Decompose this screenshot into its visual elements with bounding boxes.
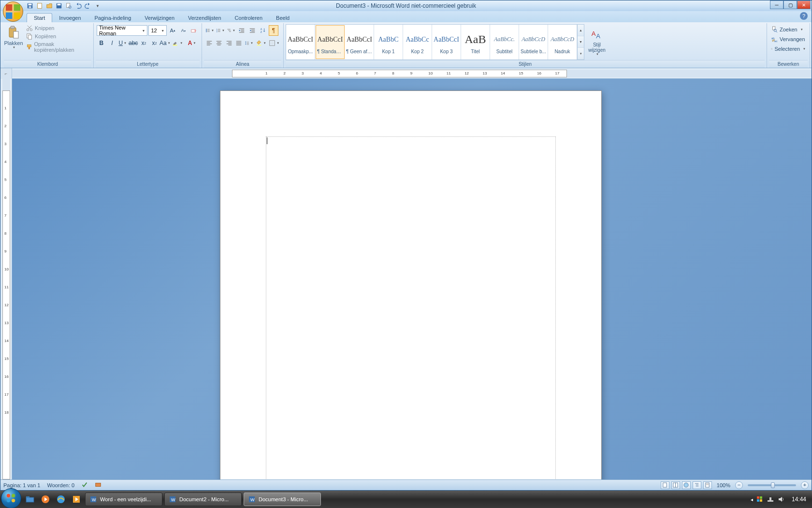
view-outline-button[interactable] <box>693 481 701 489</box>
align-right-button[interactable] <box>225 38 233 48</box>
qat-undo-icon[interactable] <box>74 1 83 10</box>
highlight-button[interactable]: ▼ <box>171 38 184 48</box>
tab-pagina-indeling[interactable]: Pagina-indeling <box>88 14 138 22</box>
tab-selector[interactable]: ⌐ <box>0 68 12 79</box>
replace-button[interactable]: abacVervangen <box>770 35 807 44</box>
help-button[interactable]: ? <box>800 12 808 20</box>
qat-print-preview-icon[interactable] <box>64 1 73 10</box>
line-spacing-button[interactable]: ▼ <box>244 38 254 48</box>
maximize-button[interactable]: ▢ <box>783 0 797 9</box>
taskbar-wmp-icon[interactable] <box>70 493 83 506</box>
zoom-out-button[interactable]: − <box>735 481 743 489</box>
vertical-ruler[interactable]: 123456789101112131415161718 <box>0 79 12 479</box>
qat-new-icon[interactable] <box>35 1 44 10</box>
style-item-3[interactable]: AaBbCKop 1 <box>374 25 403 60</box>
status-words[interactable]: Woorden: 0 <box>47 482 74 488</box>
style-item-9[interactable]: AaBbCcDNadruk <box>548 25 577 60</box>
office-button[interactable] <box>3 1 23 22</box>
taskbar-explorer-icon[interactable] <box>23 493 37 506</box>
zoom-level[interactable]: 100% <box>714 482 733 488</box>
cut-button[interactable]: Knippen <box>24 24 91 32</box>
align-left-button[interactable] <box>205 38 214 48</box>
zoom-slider[interactable] <box>748 484 796 486</box>
shrink-font-button[interactable]: A▾ <box>178 25 188 36</box>
style-item-4[interactable]: AaBbCcKop 2 <box>403 25 432 60</box>
qat-save-icon[interactable] <box>26 1 34 10</box>
view-full-screen-button[interactable] <box>671 481 680 489</box>
paste-button[interactable]: Plakken ▼ <box>4 24 23 60</box>
clear-format-button[interactable] <box>189 25 199 36</box>
tab-invoegen[interactable]: Invoegen <box>52 14 87 22</box>
change-styles-button[interactable]: AA Stijl wijzigen ▼ <box>586 24 608 60</box>
format-painter-button[interactable]: Opmaak kopiëren/plakken <box>24 41 91 53</box>
tab-controleren[interactable]: Controleren <box>228 14 269 22</box>
taskbar-ie-icon[interactable] <box>54 493 68 506</box>
page-viewport[interactable] <box>12 79 812 479</box>
outdent-button[interactable] <box>237 25 246 36</box>
tray-show-hidden-icon[interactable]: ◂ <box>751 497 753 502</box>
find-button[interactable]: Zoeken▼ <box>770 25 807 34</box>
qat-customize-icon[interactable]: ▼ <box>93 1 102 10</box>
change-case-button[interactable]: Aa▼ <box>160 38 170 48</box>
status-proof-icon[interactable] <box>81 481 88 489</box>
sort-button[interactable]: AZ <box>258 25 268 36</box>
select-button[interactable]: Selecteren▼ <box>770 45 807 53</box>
grow-font-button[interactable]: A▴ <box>168 25 177 36</box>
style-item-7[interactable]: AaBbCc.Subtitel <box>490 25 519 60</box>
tab-verwijzingen[interactable]: Verwijzingen <box>138 14 181 22</box>
style-item-5[interactable]: AaBbCcIKop 3 <box>432 25 461 60</box>
style-item-1[interactable]: AaBbCcI¶ Standaard <box>316 25 345 59</box>
qat-redo-icon[interactable] <box>84 1 92 10</box>
zoom-in-button[interactable]: + <box>801 481 809 489</box>
shading-button[interactable]: ▼ <box>255 38 267 48</box>
style-item-6[interactable]: AaBTitel <box>461 25 490 60</box>
bold-button[interactable]: B <box>97 38 106 48</box>
taskbar-media-icon[interactable] <box>39 493 52 506</box>
view-draft-button[interactable] <box>703 481 712 489</box>
minimize-button[interactable]: ─ <box>770 0 783 9</box>
tray-network-icon[interactable] <box>767 495 774 503</box>
gallery-scroll-1[interactable]: ▼ <box>578 36 584 48</box>
tab-start[interactable]: Start <box>27 13 52 22</box>
start-button[interactable] <box>1 488 21 508</box>
gallery-scroll-0[interactable]: ▲ <box>578 25 584 36</box>
underline-button[interactable]: U▼ <box>118 38 128 48</box>
align-center-button[interactable] <box>215 38 223 48</box>
borders-button[interactable]: ▼ <box>268 38 280 48</box>
status-macro-icon[interactable] <box>95 481 102 489</box>
indent-button[interactable] <box>247 25 257 36</box>
taskbar-task-2[interactable]: WDocument3 - Micro... <box>244 493 321 506</box>
strike-button[interactable]: abc <box>129 38 138 48</box>
zoom-thumb[interactable] <box>771 482 775 488</box>
justify-button[interactable] <box>234 38 243 48</box>
subscript-button[interactable]: x2 <box>139 38 149 48</box>
taskbar-task-1[interactable]: WDocument2 - Micro... <box>164 493 242 506</box>
show-marks-button[interactable]: ¶ <box>269 25 278 36</box>
status-page[interactable]: Pagina: 1 van 1 <box>3 482 40 488</box>
gallery-scroll-2[interactable]: ▾ <box>578 48 584 60</box>
tray-flag-icon[interactable] <box>756 495 764 503</box>
view-web-button[interactable] <box>682 481 691 489</box>
font-size-combo[interactable]: 12▼ <box>148 25 167 36</box>
view-print-layout-button[interactable] <box>661 481 669 489</box>
style-item-0[interactable]: AaBbCcIOpmaakp... <box>286 25 315 60</box>
copy-button[interactable]: Kopiëren <box>24 32 91 40</box>
close-button[interactable]: ✕ <box>797 0 811 9</box>
page[interactable] <box>220 90 602 479</box>
style-item-8[interactable]: AaBbCcDSubtiele b... <box>519 25 548 60</box>
tray-volume-icon[interactable] <box>777 495 785 503</box>
taskbar-task-0[interactable]: WWord - een veelzijdi... <box>85 493 162 506</box>
qat-open-icon[interactable] <box>45 1 54 10</box>
tab-verzendlijsten[interactable]: Verzendlijsten <box>181 14 228 22</box>
tab-beeld[interactable]: Beeld <box>269 14 296 22</box>
taskbar-clock[interactable]: 14:44 <box>788 496 810 503</box>
font-color-button[interactable]: A▼ <box>185 38 199 48</box>
font-name-combo[interactable]: Times New Roman▼ <box>97 25 147 36</box>
superscript-button[interactable]: x2 <box>150 38 160 48</box>
bullets-button[interactable]: ▼ <box>205 25 215 36</box>
style-item-2[interactable]: AaBbCcI¶ Geen afs... <box>345 25 374 60</box>
numbering-button[interactable]: 123▼ <box>216 25 225 36</box>
qat-save2-icon[interactable] <box>55 1 63 10</box>
horizontal-ruler[interactable]: 1234567891011121314151617 <box>12 68 812 78</box>
multilevel-button[interactable]: ▼ <box>226 25 236 36</box>
